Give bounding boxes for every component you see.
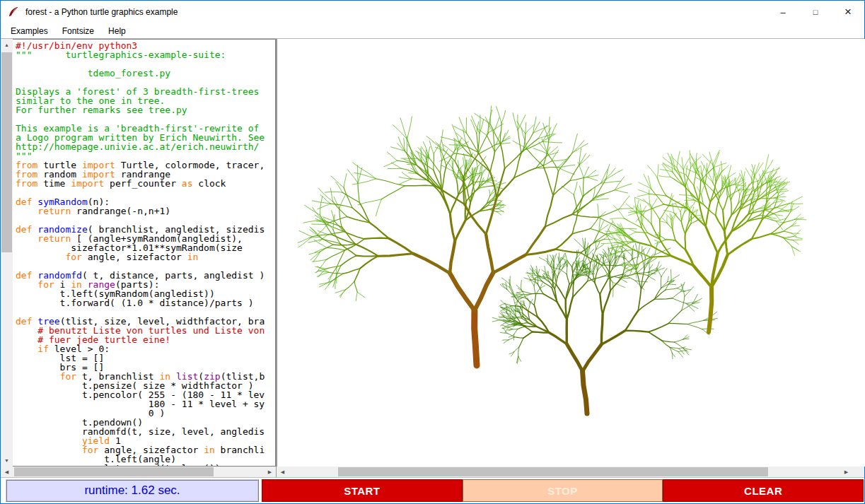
canvas-scroll-right-icon[interactable]: ▶ [840, 467, 852, 477]
canvas-hscroll-thumb[interactable] [338, 467, 768, 476]
menu-examples[interactable]: Examples [6, 25, 52, 37]
scrollbar-corner [852, 467, 864, 477]
canvas-scroll-left-icon[interactable]: ◀ [277, 467, 289, 477]
maximize-button[interactable]: □ [799, 1, 832, 23]
stop-button[interactable]: STOP [463, 479, 663, 502]
minimize-icon: – [780, 7, 785, 18]
title-bar: forest - a Python turtle graphics exampl… [1, 1, 864, 23]
code-vertical-scrollbar[interactable]: ▲ ▼ [1, 39, 13, 467]
window-controls: – □ × [767, 1, 864, 23]
content-area: ▲ ▼ #!/usr/bin/env python3""" turtlegrap… [1, 38, 864, 477]
graphics-pane: ▲ ▼ ◀ ▶ [277, 39, 864, 477]
menu-bar: Examples Fontsize Help [1, 23, 864, 38]
minimize-button[interactable]: – [767, 1, 799, 23]
start-button[interactable]: START [262, 479, 463, 502]
menu-help[interactable]: Help [104, 25, 130, 37]
scroll-up-icon[interactable]: ▲ [1, 39, 13, 51]
code-pane: ▲ ▼ #!/usr/bin/env python3""" turtlegrap… [1, 39, 277, 477]
code-vscroll-thumb[interactable] [1, 52, 12, 252]
menu-fontsize[interactable]: Fontsize [58, 25, 98, 37]
window-title: forest - a Python turtle graphics exampl… [25, 7, 178, 17]
app-window: forest - a Python turtle graphics exampl… [0, 0, 865, 504]
code-hscroll-track[interactable] [13, 467, 264, 477]
feather-icon [7, 6, 20, 18]
close-icon: × [844, 5, 852, 19]
canvas-horizontal-scrollbar[interactable]: ◀ ▶ [277, 467, 864, 477]
runtime-label: runtime: 1.62 sec. [6, 479, 259, 502]
control-bar: runtime: 1.62 sec. START STOP CLEAR [1, 477, 864, 503]
scroll-down-icon[interactable]: ▼ [1, 455, 13, 467]
code-vscroll-track[interactable] [1, 51, 13, 455]
code-text[interactable]: #!/usr/bin/env python3""" turtlegraphics… [13, 39, 276, 467]
code-horizontal-scrollbar[interactable]: ◀ ▶ [1, 467, 276, 477]
maximize-icon: □ [813, 8, 818, 16]
close-button[interactable]: × [832, 1, 864, 23]
turtle-canvas [277, 39, 865, 467]
scroll-left-icon[interactable]: ◀ [1, 467, 13, 477]
code-hscroll-thumb[interactable] [14, 467, 214, 476]
scroll-right-icon[interactable]: ▶ [264, 467, 276, 477]
app-icon [7, 6, 20, 18]
canvas-hscroll-track[interactable] [289, 467, 840, 477]
clear-button[interactable]: CLEAR [663, 479, 864, 502]
